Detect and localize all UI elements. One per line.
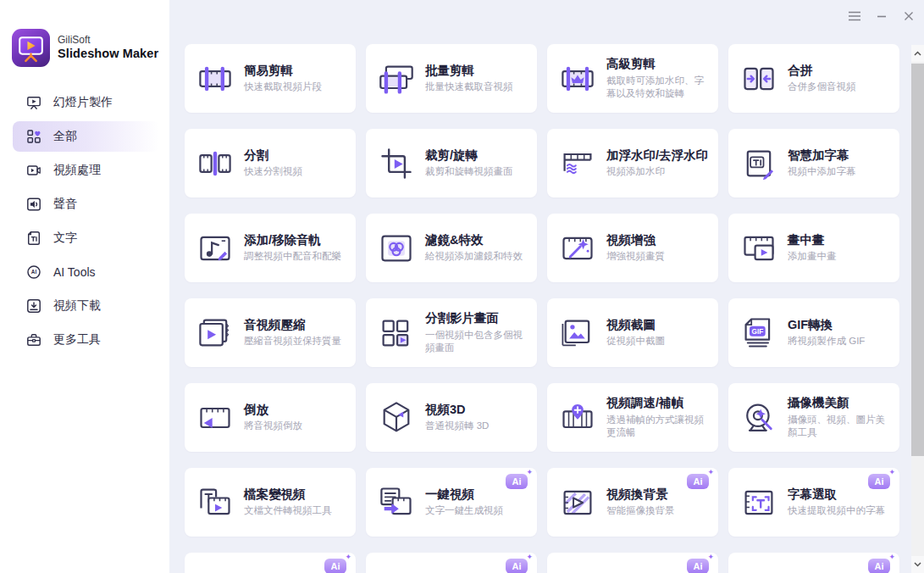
card-subtitle: 合併多個音視頻	[788, 81, 891, 94]
feature-card-one-click-video[interactable]: 一鍵視頻文字一鍵生成視頻Ai	[366, 468, 537, 537]
feature-card-picture-in-picture[interactable]: 畫中畫添加畫中畫	[728, 214, 899, 282]
ai-badge: Ai	[687, 474, 709, 489]
sidebar-item-label: AI Tools	[53, 265, 96, 279]
card-subtitle: 壓縮音視頻並保持質量	[244, 335, 347, 348]
feature-card-screenshot[interactable]: 視頻截圖從視頻中截圖	[547, 298, 718, 367]
menu-icon[interactable]	[844, 6, 865, 26]
feature-card-video-3d[interactable]: 視頻3D普通視頻轉 3D	[366, 383, 537, 452]
feature-card-multi-screen[interactable]: 分割影片畫面一個視頻中包含多個視頻畫面	[366, 298, 537, 367]
scroll-down-icon[interactable]	[911, 556, 924, 573]
card-subtitle: 批量快速截取音視頻	[425, 81, 528, 94]
card-subtitle: 添加畫中畫	[788, 250, 891, 264]
feature-card-simple-trim[interactable]: 簡易剪輯快速截取視頻片段	[185, 44, 356, 113]
feature-card-filter-effects[interactable]: 濾鏡&特效給視頻添加濾鏡和特效	[366, 214, 537, 282]
audio-track-icon	[196, 230, 234, 267]
feature-card-audio-track[interactable]: 添加/移除音軌調整視頻中配音和配樂	[185, 214, 356, 282]
advanced-trim-icon	[559, 60, 596, 97]
card-title: 視頻調速/補幀	[606, 395, 710, 410]
sidebar-item-label: 文字	[53, 231, 77, 246]
feature-card-batch-trim[interactable]: 批量剪輯批量快速截取音視頻	[366, 44, 537, 113]
card-title: 視頻增強	[606, 232, 710, 248]
ai-badge: Ai	[506, 474, 528, 489]
sidebar-item-label: 聲音	[53, 197, 77, 212]
feature-card-watermark[interactable]: 加浮水印/去浮水印視頻添加水印	[547, 129, 718, 197]
feature-card-video-enhance[interactable]: 視頻增強增強視頻畫質	[547, 214, 718, 282]
card-title: 分割	[244, 147, 347, 163]
feature-card-smart-subtitle[interactable]: 智慧加字幕視頻中添加字幕	[728, 129, 899, 197]
card-subtitle: 快速分割視頻	[244, 165, 347, 179]
card-title: 視頻3D	[425, 402, 528, 417]
feature-card-reverse[interactable]: 倒放將音視頻倒放	[185, 383, 356, 452]
card-title: 視頻截圖	[606, 317, 710, 332]
ai-badge: Ai	[868, 474, 890, 489]
scrollbar-thumb[interactable]	[911, 64, 924, 456]
video-clip-icon	[26, 163, 41, 178]
card-title: 分割影片畫面	[425, 310, 528, 325]
close-icon[interactable]	[899, 6, 919, 26]
watermark-icon	[559, 145, 596, 182]
grid-heart-icon	[26, 129, 41, 144]
slideshow-logo-icon	[12, 29, 50, 67]
brand-name: GiliSoft	[58, 35, 158, 47]
feature-card-partial-2[interactable]: Ai	[366, 553, 537, 573]
card-subtitle: 增強視頻畫質	[606, 250, 710, 264]
card-subtitle: 文字一鍵生成視頻	[425, 504, 528, 518]
sidebar-item-video-process[interactable]: 視頻處理	[13, 155, 159, 186]
sidebar-item-all[interactable]: 全部	[13, 121, 159, 152]
projector-screen-icon	[26, 95, 41, 110]
feature-card-crop-rotate[interactable]: 裁剪/旋轉裁剪和旋轉視頻畫面	[366, 129, 537, 197]
sidebar-item-slideshow-maker[interactable]: 幻燈片製作	[13, 87, 159, 118]
gif-icon: GIF	[740, 314, 777, 352]
minimize-icon[interactable]	[871, 6, 892, 26]
toolbox-icon	[26, 332, 41, 348]
card-subtitle: 裁剪和旋轉視頻畫面	[425, 165, 528, 179]
ai-circle-icon: AI	[26, 264, 41, 280]
multi-screen-icon	[378, 314, 415, 352]
feature-card-gif-convert[interactable]: GIFGIF轉換將視頻製作成 GIF	[728, 298, 899, 367]
feature-card-merge[interactable]: 合拼合併多個音視頻	[728, 44, 899, 113]
sidebar-item-label: 全部	[53, 129, 77, 144]
feature-card-compress[interactable]: 音視頻壓縮壓縮音視頻並保持質量	[185, 298, 356, 367]
reverse-icon	[196, 399, 234, 437]
feature-card-partial-4[interactable]: Ai	[728, 553, 899, 573]
card-title: 高級剪輯	[606, 56, 710, 71]
svg-text:GIF: GIF	[751, 327, 763, 335]
app-logo: GiliSoft Slideshow Maker	[0, 0, 169, 67]
feature-card-camera-beauty[interactable]: 攝像機美顏攝像頭、視頻、圖片美顏工具	[728, 383, 899, 452]
sidebar-item-audio[interactable]: 聲音	[13, 189, 159, 220]
card-title: 批量剪輯	[425, 63, 528, 78]
filter-effects-icon	[378, 230, 415, 267]
feature-card-partial-3[interactable]: Ai	[547, 553, 718, 573]
card-subtitle: 視頻中添加字幕	[788, 165, 891, 179]
scrollbar[interactable]	[911, 45, 924, 573]
sidebar-item-video-download[interactable]: 視頻下載	[13, 291, 159, 321]
sidebar-item-more-tools[interactable]: 更多工具	[13, 325, 159, 355]
card-subtitle: 從視頻中截圖	[606, 335, 710, 348]
feature-card-speed-interpolation[interactable]: 視頻調速/補幀透過補幀的方式讓視頻更流暢	[547, 383, 718, 452]
ai-badge: Ai	[324, 559, 346, 573]
scroll-up-icon[interactable]	[911, 45, 924, 62]
feature-card-subtitle-extract[interactable]: 字幕選取快速提取視頻中的字幕Ai	[728, 468, 899, 537]
card-title: 音視頻壓縮	[244, 317, 347, 332]
app-window: GiliSoft Slideshow Maker 幻燈片製作全部視頻處理聲音文字…	[0, 0, 924, 573]
card-subtitle: 快速提取視頻中的字幕	[788, 504, 891, 518]
feature-card-file-to-video[interactable]: 檔案變視頻文檔文件轉視頻工具	[185, 468, 356, 537]
sidebar-item-label: 更多工具	[53, 332, 101, 348]
feature-card-advanced-trim[interactable]: 高級剪輯截取時可添加水印、字幕以及特效和旋轉	[547, 44, 718, 113]
sidebar-item-label: 視頻下載	[53, 298, 101, 314]
crop-rotate-icon	[378, 145, 415, 182]
smart-subtitle-icon	[740, 145, 777, 182]
card-subtitle: 快速截取視頻片段	[244, 81, 347, 94]
feature-card-partial-1[interactable]: Ai	[185, 553, 356, 573]
card-subtitle: 文檔文件轉視頻工具	[244, 504, 347, 518]
trim-icon	[196, 60, 234, 97]
feature-card-split[interactable]: 分割快速分割視頻	[185, 129, 356, 197]
pip-icon	[740, 230, 777, 267]
sidebar-item-ai-tools[interactable]: AIAI Tools	[13, 257, 159, 287]
product-name: Slideshow Maker	[58, 46, 158, 61]
feature-card-background-change[interactable]: 視頻換背景智能摳像換背景Ai	[547, 468, 718, 537]
sidebar-item-text[interactable]: 文字	[13, 223, 159, 253]
card-title: 合拼	[788, 63, 891, 78]
cube-3d-icon	[378, 399, 415, 437]
card-subtitle: 智能摳像換背景	[606, 504, 710, 518]
